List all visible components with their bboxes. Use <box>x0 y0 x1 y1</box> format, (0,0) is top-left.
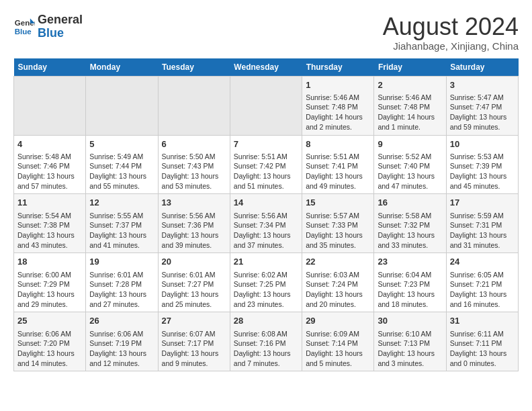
day-number: 18 <box>17 256 82 268</box>
calendar-cell: 14Sunrise: 5:56 AM Sunset: 7:34 PM Dayli… <box>230 194 302 253</box>
day-number: 22 <box>306 256 370 268</box>
cell-content: Sunrise: 6:03 AM Sunset: 7:24 PM Dayligh… <box>306 270 370 310</box>
calendar-cell: 21Sunrise: 6:02 AM Sunset: 7:25 PM Dayli… <box>230 253 302 312</box>
day-number: 5 <box>89 138 154 150</box>
cell-content: Sunrise: 5:53 AM Sunset: 7:39 PM Dayligh… <box>450 152 515 191</box>
cell-content: Sunrise: 6:00 AM Sunset: 7:29 PM Dayligh… <box>17 270 82 310</box>
calendar-cell: 30Sunrise: 6:10 AM Sunset: 7:13 PM Dayli… <box>374 312 446 371</box>
calendar-cell: 24Sunrise: 6:05 AM Sunset: 7:21 PM Dayli… <box>446 253 518 312</box>
day-number: 30 <box>378 315 442 327</box>
cell-content: Sunrise: 5:46 AM Sunset: 7:48 PM Dayligh… <box>306 93 370 132</box>
day-number: 28 <box>234 315 298 327</box>
cell-content: Sunrise: 6:09 AM Sunset: 7:14 PM Dayligh… <box>306 329 370 369</box>
cell-content: Sunrise: 5:48 AM Sunset: 7:46 PM Dayligh… <box>17 152 82 191</box>
calendar-cell: 5Sunrise: 5:49 AM Sunset: 7:44 PM Daylig… <box>86 135 158 194</box>
cell-content: Sunrise: 5:54 AM Sunset: 7:38 PM Dayligh… <box>17 211 82 250</box>
day-number: 15 <box>306 197 370 209</box>
calendar-cell: 31Sunrise: 6:11 AM Sunset: 7:11 PM Dayli… <box>446 312 518 371</box>
week-row-5: 25Sunrise: 6:06 AM Sunset: 7:20 PM Dayli… <box>14 312 519 371</box>
calendar-cell: 19Sunrise: 6:01 AM Sunset: 7:28 PM Dayli… <box>86 253 158 312</box>
day-number: 23 <box>378 256 442 268</box>
calendar-cell <box>86 76 158 135</box>
day-number: 25 <box>17 315 82 327</box>
cell-content: Sunrise: 6:10 AM Sunset: 7:13 PM Dayligh… <box>378 329 442 369</box>
day-number: 8 <box>306 138 370 150</box>
svg-text:Blue: Blue <box>15 27 32 35</box>
day-header-wednesday: Wednesday <box>230 58 302 77</box>
day-number: 31 <box>450 315 515 327</box>
calendar-cell: 1Sunrise: 5:46 AM Sunset: 7:48 PM Daylig… <box>302 76 374 135</box>
calendar-cell: 20Sunrise: 6:01 AM Sunset: 7:27 PM Dayli… <box>158 253 230 312</box>
cell-content: Sunrise: 6:05 AM Sunset: 7:21 PM Dayligh… <box>450 270 515 310</box>
calendar-cell: 27Sunrise: 6:07 AM Sunset: 7:17 PM Dayli… <box>158 312 230 371</box>
day-number: 14 <box>234 197 298 209</box>
calendar-cell: 22Sunrise: 6:03 AM Sunset: 7:24 PM Dayli… <box>302 253 374 312</box>
cell-content: Sunrise: 6:11 AM Sunset: 7:11 PM Dayligh… <box>450 329 515 369</box>
cell-content: Sunrise: 6:01 AM Sunset: 7:27 PM Dayligh… <box>162 270 226 310</box>
calendar-cell: 17Sunrise: 5:59 AM Sunset: 7:31 PM Dayli… <box>446 194 518 253</box>
day-number: 26 <box>89 315 154 327</box>
cell-content: Sunrise: 5:56 AM Sunset: 7:36 PM Dayligh… <box>162 211 226 250</box>
day-header-sunday: Sunday <box>14 58 86 77</box>
cell-content: Sunrise: 6:04 AM Sunset: 7:23 PM Dayligh… <box>378 270 442 310</box>
week-row-1: 1Sunrise: 5:46 AM Sunset: 7:48 PM Daylig… <box>14 76 519 135</box>
day-number: 4 <box>17 138 82 150</box>
calendar-cell: 8Sunrise: 5:51 AM Sunset: 7:41 PM Daylig… <box>302 135 374 194</box>
day-number: 17 <box>450 197 515 209</box>
cell-content: Sunrise: 5:58 AM Sunset: 7:32 PM Dayligh… <box>378 211 442 250</box>
day-number: 3 <box>450 79 515 91</box>
day-number: 11 <box>17 197 82 209</box>
calendar-table: SundayMondayTuesdayWednesdayThursdayFrid… <box>13 58 519 372</box>
cell-content: Sunrise: 6:06 AM Sunset: 7:19 PM Dayligh… <box>89 329 154 369</box>
week-row-4: 18Sunrise: 6:00 AM Sunset: 7:29 PM Dayli… <box>14 253 519 312</box>
month-title: August 2024 <box>383 13 519 40</box>
logo-icon: General Blue <box>13 16 35 38</box>
day-number: 13 <box>162 197 226 209</box>
calendar-cell: 18Sunrise: 6:00 AM Sunset: 7:29 PM Dayli… <box>14 253 86 312</box>
day-header-monday: Monday <box>86 58 158 77</box>
calendar-cell: 29Sunrise: 6:09 AM Sunset: 7:14 PM Dayli… <box>302 312 374 371</box>
cell-content: Sunrise: 6:07 AM Sunset: 7:17 PM Dayligh… <box>162 329 226 369</box>
calendar-cell: 2Sunrise: 5:46 AM Sunset: 7:48 PM Daylig… <box>374 76 446 135</box>
cell-content: Sunrise: 5:56 AM Sunset: 7:34 PM Dayligh… <box>234 211 298 250</box>
calendar-cell: 9Sunrise: 5:52 AM Sunset: 7:40 PM Daylig… <box>374 135 446 194</box>
day-number: 10 <box>450 138 515 150</box>
day-number: 16 <box>378 197 442 209</box>
cell-content: Sunrise: 6:08 AM Sunset: 7:16 PM Dayligh… <box>234 329 298 369</box>
day-header-saturday: Saturday <box>446 58 518 77</box>
title-block: August 2024 Jiahanbage, Xinjiang, China <box>383 13 519 52</box>
calendar-cell: 12Sunrise: 5:55 AM Sunset: 7:37 PM Dayli… <box>86 194 158 253</box>
calendar-cell: 26Sunrise: 6:06 AM Sunset: 7:19 PM Dayli… <box>86 312 158 371</box>
day-number: 2 <box>378 79 442 91</box>
cell-content: Sunrise: 5:47 AM Sunset: 7:47 PM Dayligh… <box>450 93 515 132</box>
cell-content: Sunrise: 6:02 AM Sunset: 7:25 PM Dayligh… <box>234 270 298 310</box>
cell-content: Sunrise: 5:52 AM Sunset: 7:40 PM Dayligh… <box>378 152 442 191</box>
page-header: General Blue General Blue August 2024 Ji… <box>13 13 519 52</box>
calendar-cell: 4Sunrise: 5:48 AM Sunset: 7:46 PM Daylig… <box>14 135 86 194</box>
calendar-cell <box>14 76 86 135</box>
day-header-friday: Friday <box>374 58 446 77</box>
day-number: 1 <box>306 79 370 91</box>
calendar-cell <box>230 76 302 135</box>
calendar-cell: 15Sunrise: 5:57 AM Sunset: 7:33 PM Dayli… <box>302 194 374 253</box>
calendar-cell: 10Sunrise: 5:53 AM Sunset: 7:39 PM Dayli… <box>446 135 518 194</box>
day-header-tuesday: Tuesday <box>158 58 230 77</box>
day-number: 27 <box>162 315 226 327</box>
day-number: 29 <box>306 315 370 327</box>
day-number: 24 <box>450 256 515 268</box>
calendar-cell: 11Sunrise: 5:54 AM Sunset: 7:38 PM Dayli… <box>14 194 86 253</box>
logo-text: General Blue <box>38 13 83 40</box>
week-row-2: 4Sunrise: 5:48 AM Sunset: 7:46 PM Daylig… <box>14 135 519 194</box>
calendar-cell: 7Sunrise: 5:51 AM Sunset: 7:42 PM Daylig… <box>230 135 302 194</box>
cell-content: Sunrise: 5:59 AM Sunset: 7:31 PM Dayligh… <box>450 211 515 250</box>
cell-content: Sunrise: 5:55 AM Sunset: 7:37 PM Dayligh… <box>89 211 154 250</box>
day-number: 9 <box>378 138 442 150</box>
logo: General Blue General Blue <box>13 13 83 40</box>
calendar-cell: 28Sunrise: 6:08 AM Sunset: 7:16 PM Dayli… <box>230 312 302 371</box>
calendar-cell: 16Sunrise: 5:58 AM Sunset: 7:32 PM Dayli… <box>374 194 446 253</box>
cell-content: Sunrise: 5:49 AM Sunset: 7:44 PM Dayligh… <box>89 152 154 191</box>
cell-content: Sunrise: 5:57 AM Sunset: 7:33 PM Dayligh… <box>306 211 370 250</box>
day-number: 6 <box>162 138 226 150</box>
day-number: 21 <box>234 256 298 268</box>
week-row-3: 11Sunrise: 5:54 AM Sunset: 7:38 PM Dayli… <box>14 194 519 253</box>
